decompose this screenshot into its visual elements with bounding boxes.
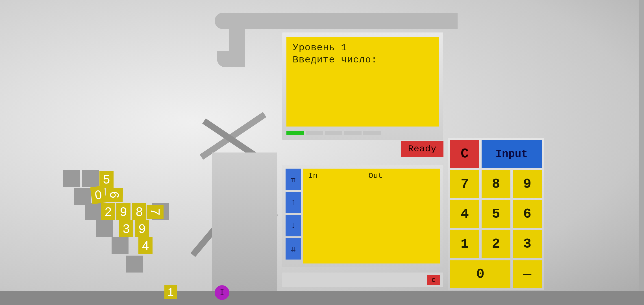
progress-seg-3 — [325, 131, 342, 135]
digit-tile[interactable]: 9 — [135, 220, 149, 237]
wall-edge — [639, 0, 644, 291]
pipe-elbow — [217, 51, 245, 67]
monitor-screen: Уровень 1 Введите число: — [286, 37, 439, 127]
progress-seg-4 — [344, 131, 362, 135]
bottom-c-button[interactable]: c — [427, 275, 440, 285]
keypad-clear-button[interactable]: C — [450, 140, 479, 168]
keypad: C Input 7 8 9 4 5 6 1 2 3 0 — — [448, 138, 544, 290]
io-out-label: Out — [369, 171, 383, 180]
tile-gray — [63, 170, 80, 187]
scroll-top-button[interactable]: ⇈ — [286, 169, 301, 190]
digit-tile[interactable]: 4 — [138, 237, 153, 254]
keypad-7-button[interactable]: 7 — [450, 170, 479, 198]
digit-tile[interactable]: 7 — [147, 205, 164, 219]
tile-gray — [112, 237, 129, 254]
keypad-2-button[interactable]: 2 — [482, 230, 511, 258]
keypad-3-button[interactable]: 3 — [513, 230, 542, 258]
keypad-5-button[interactable]: 5 — [482, 200, 511, 228]
keypad-8-button[interactable]: 8 — [482, 170, 511, 198]
progress-seg-5 — [363, 131, 381, 135]
keypad-6-button[interactable]: 6 — [513, 200, 542, 228]
io-panel: ⇈ ↑ ↓ ⇊ In Out — [282, 165, 443, 267]
pipe-horizontal — [215, 13, 458, 29]
tile-gray — [74, 188, 91, 205]
scroll-column: ⇈ ↑ ↓ ⇊ — [286, 169, 301, 260]
scroll-down-button[interactable]: ↓ — [286, 215, 301, 236]
ready-button[interactable]: Ready — [401, 141, 443, 157]
keypad-0-button[interactable]: 0 — [450, 260, 510, 288]
tile-gray — [126, 256, 143, 273]
tile-gray — [82, 170, 99, 187]
monitor: Уровень 1 Введите число: — [282, 32, 443, 140]
machine-body — [212, 152, 277, 291]
progress-seg-2 — [306, 131, 323, 135]
keypad-minus-button[interactable]: — — [513, 260, 542, 288]
digit-tile[interactable]: 2 — [101, 203, 115, 220]
digit-tile[interactable]: 5 — [99, 171, 114, 188]
player-avatar[interactable]: I — [215, 285, 229, 300]
progress-bar — [286, 131, 381, 135]
digit-tile[interactable]: 8 — [132, 203, 146, 220]
tile-gray — [96, 220, 113, 237]
digit-tile[interactable]: 3 — [119, 220, 133, 237]
keypad-4-button[interactable]: 4 — [450, 200, 479, 228]
monitor-line-1: Уровень 1 — [293, 42, 433, 54]
io-screen: In Out — [303, 169, 440, 263]
tile-gray — [85, 203, 102, 220]
digit-tile[interactable]: 6 — [106, 188, 123, 202]
scroll-up-button[interactable]: ↑ — [286, 192, 301, 213]
progress-seg-1 — [286, 131, 304, 135]
floor — [0, 291, 644, 305]
monitor-line-2: Введите число: — [293, 54, 433, 66]
io-in-label: In — [308, 171, 318, 180]
keypad-1-button[interactable]: 1 — [450, 230, 479, 258]
keypad-9-button[interactable]: 9 — [513, 170, 542, 198]
keypad-input-button[interactable]: Input — [482, 140, 542, 168]
digit-tile[interactable]: 9 — [116, 203, 130, 220]
digit-tile[interactable]: 0 — [90, 186, 106, 204]
floor-tile-1[interactable]: 1 — [164, 285, 177, 299]
scroll-bottom-button[interactable]: ⇊ — [286, 238, 301, 260]
bottom-bar: c — [282, 273, 443, 287]
